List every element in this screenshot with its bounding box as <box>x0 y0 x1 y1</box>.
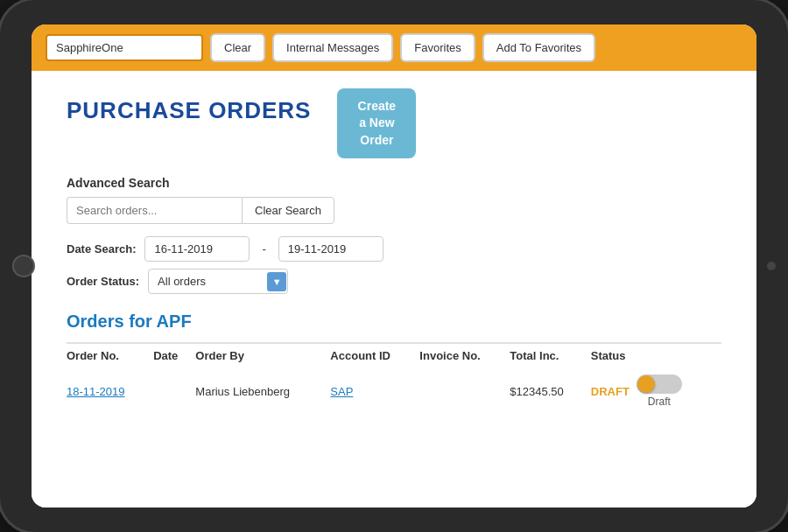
col-account-id: Account ID <box>330 343 419 368</box>
search-orders-input[interactable] <box>67 197 242 224</box>
toolbar: Clear Internal Messages Favorites Add To… <box>32 24 756 71</box>
device-frame: Clear Internal Messages Favorites Add To… <box>0 0 788 532</box>
table-row: 18-11-2019 Marius Liebenberg SAP $12345.… <box>67 368 721 415</box>
cell-order-no: 18-11-2019 <box>67 368 153 415</box>
status-filter-row: Order Status: All orders Draft Approved … <box>67 269 721 294</box>
clear-button[interactable]: Clear <box>210 33 265 62</box>
date-from-input[interactable] <box>144 236 250 262</box>
cell-total-inc: $12345.50 <box>510 368 590 415</box>
col-status: Status <box>591 343 721 368</box>
orders-section: Orders for APF Order No. Date Order By A… <box>67 312 721 415</box>
draft-toggle-knob <box>637 375 655 393</box>
cell-order-by: Marius Liebenberg <box>195 368 330 415</box>
internal-messages-button[interactable]: Internal Messages <box>272 33 393 62</box>
col-invoice-no: Invoice No. <box>419 343 510 368</box>
page-header: PURCHASE ORDERS Create a New Order <box>67 88 721 158</box>
orders-table: Order No. Date Order By Account ID Invoi… <box>67 342 721 415</box>
main-content: PURCHASE ORDERS Create a New Order Advan… <box>32 71 756 508</box>
add-to-favorites-button[interactable]: Add To Favorites <box>482 33 595 62</box>
table-header: Order No. Date Order By Account ID Invoi… <box>67 343 721 368</box>
col-total-inc: Total Inc. <box>510 343 590 368</box>
search-row: Clear Search <box>67 197 721 224</box>
screen: Clear Internal Messages Favorites Add To… <box>32 24 756 508</box>
status-select-wrapper: All orders Draft Approved Completed ▼ <box>148 269 288 294</box>
cell-date <box>153 368 195 415</box>
order-status-label: Order Status: <box>67 275 139 288</box>
advanced-search-label: Advanced Search <box>67 176 721 190</box>
advanced-search-section: Advanced Search Clear Search Date Search… <box>67 176 721 294</box>
cell-invoice-no <box>419 368 510 415</box>
col-order-by: Order By <box>195 343 330 368</box>
favorites-button[interactable]: Favorites <box>400 33 475 62</box>
col-order-no: Order No. <box>67 343 153 368</box>
create-order-button[interactable]: Create a New Order <box>337 88 416 158</box>
status-badge: DRAFT <box>591 385 630 398</box>
draft-toggle[interactable] <box>637 374 682 394</box>
date-separator: - <box>262 242 265 256</box>
col-date: Date <box>153 343 195 368</box>
toolbar-search-input[interactable] <box>46 34 203 61</box>
account-id-link[interactable]: SAP <box>330 385 353 398</box>
date-filter-row: Date Search: - <box>67 236 721 262</box>
page-title: PURCHASE ORDERS <box>67 97 311 124</box>
date-search-label: Date Search: <box>67 242 136 256</box>
orders-section-title: Orders for APF <box>67 312 721 332</box>
date-to-input[interactable] <box>278 236 383 262</box>
table-body: 18-11-2019 Marius Liebenberg SAP $12345.… <box>67 368 721 415</box>
draft-toggle-wrapper: Draft <box>637 374 682 408</box>
cell-status: DRAFT Draft <box>591 368 721 415</box>
order-number-link[interactable]: 18-11-2019 <box>67 385 125 398</box>
order-status-select[interactable]: All orders Draft Approved Completed <box>148 269 288 294</box>
clear-search-button[interactable]: Clear Search <box>242 197 334 224</box>
cell-account-id: SAP <box>330 368 419 415</box>
draft-label: Draft <box>648 396 671 408</box>
